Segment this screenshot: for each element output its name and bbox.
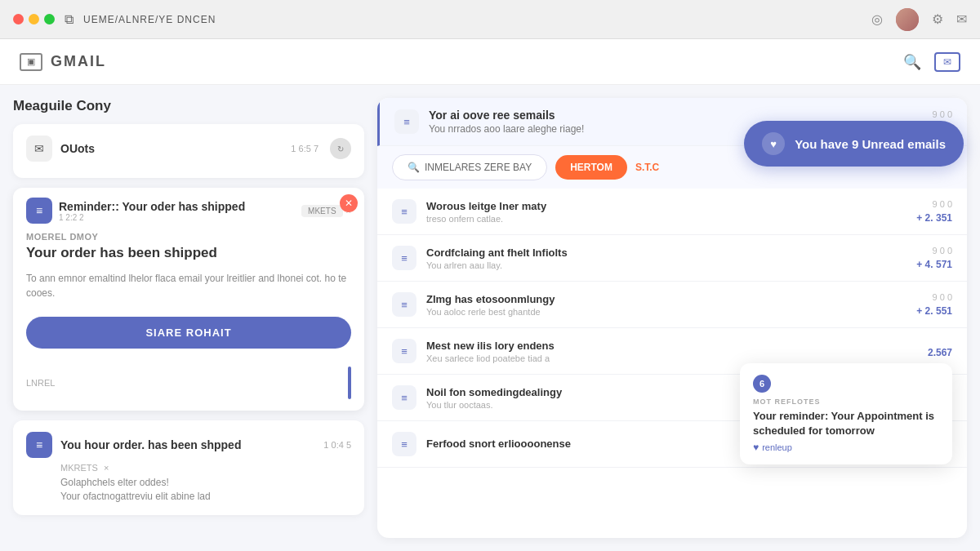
app: ▣ GMAIL 🔍 ✉ ♥ You have 9 Unread emails M… <box>0 39 980 551</box>
avatar[interactable] <box>896 8 919 31</box>
list-amount-2: + 2. 551 <box>916 305 952 317</box>
email-tag: MKETS <box>301 205 342 217</box>
email-card-1-time: 1 6:5 7 <box>291 144 318 153</box>
email-list-item-1[interactable]: ≡ Cordfclaing ant fhelt Infiolts You arl… <box>377 235 967 282</box>
email-card-1-icon: ✉ <box>26 136 52 162</box>
notification-heart-icon: ♥ <box>762 132 785 155</box>
email-card-3-time: 1 0:4 5 <box>323 440 351 450</box>
user-name: Meaguile Cony <box>13 98 364 114</box>
expanded-cta-button[interactable]: SIARE ROHAIT <box>26 317 351 349</box>
compose-icon[interactable]: ✉ <box>934 52 960 72</box>
search-small-icon: 🔍 <box>408 162 420 173</box>
browser-chrome: ⧉ UEME/ALNRE/YE DNCEN ◎ ⚙ ✉ <box>0 0 980 39</box>
card3-tags: MKRETS × <box>60 463 351 473</box>
list-preview-0: treso onfern catlae. <box>426 214 906 224</box>
email-card-3[interactable]: ≡ You hour order. has been shpped 1 0:4 … <box>13 420 364 515</box>
browser-toolbar: ◎ ⚙ ✉ <box>871 8 967 31</box>
expanded-footer: LNREL <box>13 360 364 411</box>
email-list-item-0[interactable]: ≡ Worous leitge lner maty treso onfern c… <box>377 189 967 235</box>
list-icon-5: ≡ <box>392 432 416 456</box>
list-time-2: 9 0 0 <box>933 292 952 302</box>
list-amount-1: + 4. 571 <box>916 259 952 270</box>
list-icon-2: ≡ <box>392 292 416 317</box>
list-content-3: Mest new ilis lory endens Xeu sarlece li… <box>426 340 918 363</box>
progress-bar <box>348 367 351 399</box>
list-meta-3: 2.567 <box>928 344 952 358</box>
list-time-1: 9 0 0 <box>933 246 952 256</box>
list-subject-2: Zlmg has etosoonmlungy <box>426 293 906 305</box>
list-subject-0: Worous leitge lner maty <box>426 200 906 212</box>
new-tab-icon: ⧉ <box>65 12 74 27</box>
email-card-1[interactable]: ✉ OUots 1 6:5 7 ↻ <box>13 124 364 178</box>
close-button[interactable]: ✕ <box>340 194 358 212</box>
app-header: ▣ GMAIL 🔍 ✉ ♥ You have 9 Unread emails <box>0 39 980 85</box>
list-subject-1: Cordfclaing ant fhelt Infiolts <box>426 247 906 259</box>
quick-reply-btn-2-label: HERTOM <box>570 162 612 173</box>
app-title: GMAIL <box>51 53 106 70</box>
tooltip-label: MOT REFLOTES <box>753 398 939 406</box>
settings-icon: ⚙ <box>932 11 943 27</box>
expanded-email-subject: Reminder:: Your oder has shipped <box>59 200 245 213</box>
list-content-0: Worous leitge lner maty treso onfern cat… <box>426 200 906 224</box>
tooltip-badge: 6 <box>753 375 771 393</box>
footer-label: LNREL <box>26 378 55 388</box>
stc-label: S.T.C <box>635 162 659 173</box>
tooltip-link[interactable]: ♥ renleup <box>753 442 939 453</box>
list-icon-1: ≡ <box>392 246 416 270</box>
expanded-email-time: 1 2:2 2 <box>59 213 245 222</box>
email-card-2-expanded[interactable]: ≡ Reminder:: Your oder has shipped 1 2:2… <box>13 188 364 411</box>
tooltip-text: Your reminder: Your Appointment is sched… <box>753 409 939 438</box>
minimize-traffic-light[interactable] <box>29 14 39 24</box>
card3-preview: Golaphchels elter oddes!Your ofactnogatt… <box>60 476 351 504</box>
quick-reply-btn-2[interactable]: HERTOM <box>555 155 627 180</box>
email-card-3-header: ≡ You hour order. has been shpped 1 0:4 … <box>26 432 351 458</box>
list-icon-0: ≡ <box>392 199 416 224</box>
list-amount-0: + 2. 351 <box>916 212 952 224</box>
expanded-body: To ann emnor emaltind lhelor flaca email… <box>13 268 364 310</box>
list-content-2: Zlmg has etosoonmlungy You aoloc rerle b… <box>426 293 906 317</box>
location-icon: ◎ <box>871 11 883 27</box>
email-card-3-subject: You hour order. has been shpped <box>60 438 315 451</box>
traffic-lights <box>13 14 55 24</box>
list-preview-1: You arlren aau llay. <box>426 260 906 270</box>
list-meta-0: 9 0 0 + 2. 351 <box>916 199 952 224</box>
list-icon-4: ≡ <box>392 385 416 410</box>
tooltip-link-text: renleup <box>762 442 792 452</box>
tooltip-popup: 6 MOT REFLOTES Your reminder: Your Appoi… <box>740 363 952 464</box>
list-subject-3: Mest new ilis lory endens <box>426 340 918 352</box>
email-card-1-subject: OUots <box>60 142 283 155</box>
maximize-traffic-light[interactable] <box>44 14 55 24</box>
expanded-sender: MOEREL DMOY <box>13 230 364 245</box>
notification-text: You have 9 Unread emails <box>795 137 946 151</box>
featured-list-icon: ≡ <box>394 109 419 134</box>
list-preview-3: Xeu sarlece liod poatebe tiad a <box>426 353 918 363</box>
card3-close[interactable]: × <box>104 463 109 473</box>
app-logo-icon: ▣ <box>20 53 42 71</box>
email-card-1-action[interactable]: ↻ <box>330 138 351 159</box>
browser-url-bar[interactable]: UEME/ALNRE/YE DNCEN <box>83 14 216 25</box>
search-icon[interactable]: 🔍 <box>903 53 921 71</box>
featured-time: 9 0 0 <box>933 109 952 119</box>
header-right: 🔍 ✉ <box>903 52 960 72</box>
list-amount-3: 2.567 <box>928 347 952 358</box>
card3-tag: MKRETS <box>60 463 98 473</box>
list-meta-1: 9 0 0 + 4. 571 <box>916 246 952 270</box>
list-icon-3: ≡ <box>392 339 416 363</box>
expanded-email-icon: ≡ <box>26 198 52 224</box>
left-panel: Meaguile Cony ✉ OUots 1 6:5 7 ↻ ≡ Remind… <box>13 98 364 538</box>
quick-reply-btn-1[interactable]: 🔍 INMELARES ZERE BAY <box>392 154 547 180</box>
expanded-title: Your order has been shipped <box>13 245 364 268</box>
expanded-email-header: ≡ Reminder:: Your oder has shipped 1 2:2… <box>13 188 364 230</box>
close-traffic-light[interactable] <box>13 14 24 24</box>
email-card-3-icon: ≡ <box>26 432 52 458</box>
list-content-1: Cordfclaing ant fhelt Infiolts You arlre… <box>426 247 906 270</box>
quick-reply-btn-1-label: INMELARES ZERE BAY <box>425 162 532 173</box>
list-meta-2: 9 0 0 + 2. 551 <box>916 292 952 317</box>
list-time-0: 9 0 0 <box>933 199 952 209</box>
mail-icon: ✉ <box>956 11 967 27</box>
notification-banner: ♥ You have 9 Unread emails <box>744 121 964 167</box>
email-list-item-2[interactable]: ≡ Zlmg has etosoonmlungy You aoloc rerle… <box>377 282 967 328</box>
featured-subject: Yor ai oove ree semails <box>429 109 906 122</box>
list-preview-2: You aoloc rerle best ghantde <box>426 307 906 317</box>
email-card-1-header: ✉ OUots 1 6:5 7 ↻ <box>26 136 351 162</box>
